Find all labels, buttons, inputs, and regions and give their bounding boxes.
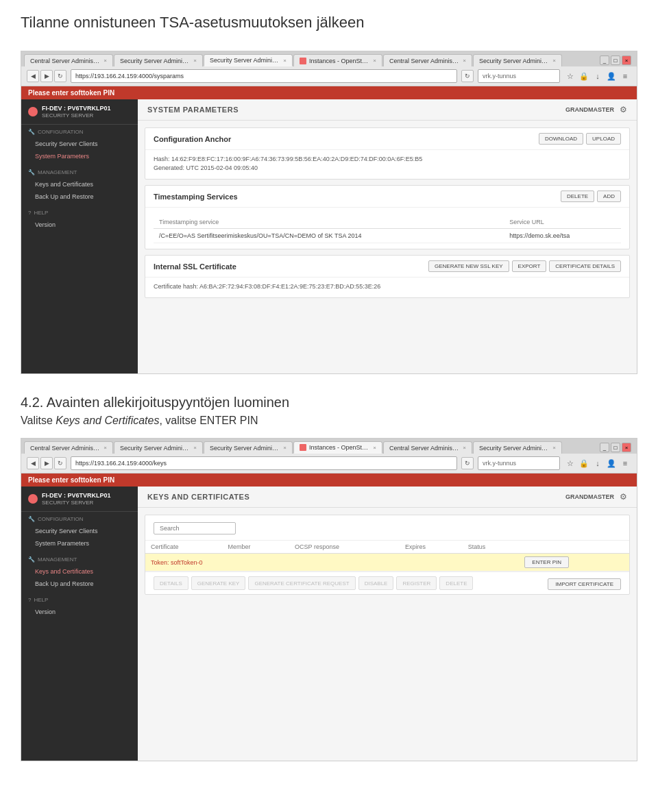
sidebar-item-keys-and-certificates-2[interactable]: Keys and Certificates bbox=[28, 565, 131, 578]
tab-close-icon[interactable]: × bbox=[552, 445, 556, 451]
upload-button[interactable]: UPLOAD bbox=[586, 133, 621, 145]
tab-label: Security Server Administ... bbox=[120, 58, 189, 64]
bookmark-icon-2[interactable]: ☆ bbox=[564, 457, 576, 469]
sidebar-item-system-parameters-2[interactable]: System Parameters bbox=[28, 537, 131, 550]
register-button[interactable]: REGISTER bbox=[396, 576, 437, 590]
sidebar-item-security-server-clients-2[interactable]: Security Server Clients bbox=[28, 525, 131, 537]
header-right-1: GRANDMASTER ⚙ bbox=[565, 105, 627, 114]
tab-security-server-3[interactable]: Security Server Administ... × bbox=[473, 54, 562, 66]
wrench-icon-2: 🔧 bbox=[28, 516, 35, 522]
menu-icon[interactable]: ≡ bbox=[619, 70, 631, 82]
tab-close-icon[interactable]: × bbox=[283, 445, 287, 451]
address-bar-2: ◀ ▶ ↻ https://193.166.24.159:4000/keys ↻… bbox=[21, 454, 637, 473]
tab-central-server-4[interactable]: Central Server Administr... × bbox=[383, 441, 472, 454]
cert-hash-text: Certificate hash: A6:BA:2F:72:94:F3:08:D… bbox=[154, 283, 621, 290]
sidebar-item-security-server-clients[interactable]: Security Server Clients bbox=[28, 138, 131, 150]
sidebar-item-keys-and-certificates[interactable]: Keys and Certificates bbox=[28, 178, 131, 190]
import-certificate-button[interactable]: IMPORT CERTIFICATE bbox=[548, 578, 621, 590]
lock-icon[interactable]: 🔒 bbox=[578, 70, 590, 82]
back-btn-2[interactable]: ◀ bbox=[27, 457, 39, 469]
section-label-configuration: CONFIGURATION bbox=[38, 129, 84, 135]
url-bar-1[interactable]: https://193.166.24.159:4000/sysparams bbox=[71, 69, 457, 83]
reload-btn-2[interactable]: ↻ bbox=[54, 457, 66, 469]
sidebar-item-version-2[interactable]: Version bbox=[28, 606, 131, 618]
disable-button[interactable]: DISABLE bbox=[358, 576, 394, 590]
tab-close-icon[interactable]: × bbox=[463, 445, 466, 451]
tab-security-server-4[interactable]: Security Server Administ... × bbox=[114, 441, 203, 454]
tab-close-icon[interactable]: × bbox=[103, 445, 107, 451]
token-row[interactable]: Token: softToken-0 ENTER PIN bbox=[145, 554, 629, 571]
refresh-btn[interactable]: ↻ bbox=[461, 70, 474, 82]
refresh-btn-2[interactable]: ↻ bbox=[461, 457, 474, 469]
col-action-header bbox=[519, 541, 629, 554]
download-button[interactable]: DOWNLOAD bbox=[539, 133, 583, 145]
export-button[interactable]: EXPORT bbox=[512, 260, 547, 272]
delete-ts-button[interactable]: DELETE bbox=[561, 190, 594, 202]
pin-banner-1: Please enter softtoken PIN bbox=[21, 86, 637, 99]
sidebar-item-backup-restore[interactable]: Back Up and Restore bbox=[28, 190, 131, 203]
certificate-details-button[interactable]: CERTIFICATE DETAILS bbox=[549, 260, 621, 272]
sidebar-item-backup-restore-2[interactable]: Back Up and Restore bbox=[28, 578, 131, 590]
nav-buttons-2: ◀ ▶ ↻ bbox=[27, 457, 66, 469]
menu-icon-2[interactable]: ≡ bbox=[619, 457, 631, 469]
sidebar-section-management-2: 🔧 MANAGEMENT Keys and Certificates Back … bbox=[21, 552, 138, 593]
download-icon[interactable]: ↓ bbox=[592, 70, 604, 82]
download-icon-2[interactable]: ↓ bbox=[592, 457, 604, 469]
maximize-btn[interactable]: □ bbox=[611, 56, 620, 65]
enter-pin-cell: ENTER PIN bbox=[519, 554, 629, 571]
tab-instances-1[interactable]: Instances - OpenStack D... × bbox=[293, 54, 382, 66]
tab-close-icon[interactable]: × bbox=[193, 445, 197, 451]
tab-close-icon[interactable]: × bbox=[283, 58, 287, 64]
header-right-2: GRANDMASTER ⚙ bbox=[565, 492, 627, 502]
delete-button[interactable]: DELETE bbox=[439, 576, 473, 590]
settings-icon-2[interactable]: ⚙ bbox=[620, 492, 627, 502]
tab-close-icon[interactable]: × bbox=[373, 58, 376, 64]
tab-instances-2[interactable]: Instances - OpenStack D... × bbox=[293, 441, 382, 454]
sidebar-item-version[interactable]: Version bbox=[28, 219, 131, 231]
search-bar-1[interactable]: vrk.y-tunnus bbox=[478, 69, 560, 83]
tab-close-icon[interactable]: × bbox=[103, 58, 107, 64]
tab-security-server-6[interactable]: Security Server Administ... × bbox=[473, 441, 562, 454]
section-timestamping-body: Timestamping service Service URL /C=EE/O… bbox=[145, 208, 629, 249]
tab-close-icon[interactable]: × bbox=[463, 58, 466, 64]
tab-close-icon[interactable]: × bbox=[552, 58, 556, 64]
settings-icon[interactable]: ⚙ bbox=[620, 105, 627, 114]
generate-cert-request-button[interactable]: GENERATE CERTIFICATE REQUEST bbox=[248, 576, 355, 590]
enter-pin-button[interactable]: ENTER PIN bbox=[524, 556, 569, 568]
tab-close-icon[interactable]: × bbox=[373, 445, 376, 451]
generate-key-button[interactable]: GENERATE KEY bbox=[191, 576, 246, 590]
add-ts-button[interactable]: ADD bbox=[597, 190, 621, 202]
back-btn[interactable]: ◀ bbox=[27, 70, 39, 82]
forward-btn-2[interactable]: ▶ bbox=[40, 457, 53, 469]
section-ssl-body: Certificate hash: A6:BA:2F:72:94:F3:08:D… bbox=[145, 278, 629, 297]
search-bar-2[interactable]: vrk.y-tunnus bbox=[478, 456, 560, 470]
forward-btn[interactable]: ▶ bbox=[40, 70, 53, 82]
user-icon-2[interactable]: 👤 bbox=[605, 457, 618, 469]
col-ocsp-header: OCSP response bbox=[289, 541, 400, 554]
search-input[interactable] bbox=[154, 522, 236, 534]
close-btn-2[interactable]: × bbox=[622, 443, 631, 452]
tab-security-server-1[interactable]: Security Server Administ... × bbox=[114, 54, 203, 66]
maximize-btn-2[interactable]: □ bbox=[611, 443, 620, 452]
lock-icon-2[interactable]: 🔒 bbox=[578, 457, 590, 469]
close-btn[interactable]: × bbox=[622, 56, 631, 65]
bookmark-icon[interactable]: ☆ bbox=[564, 70, 576, 82]
user-icon[interactable]: 👤 bbox=[605, 70, 618, 82]
minimize-btn[interactable]: _ bbox=[600, 56, 609, 65]
section-header-configuration: 🔧 CONFIGURATION bbox=[28, 129, 131, 135]
tab-security-server-2[interactable]: Security Server Administ... × bbox=[204, 54, 293, 66]
generate-ssl-key-button[interactable]: GENERATE NEW SSL KEY bbox=[428, 260, 509, 272]
main-content-1: SYSTEM PARAMETERS GRANDMASTER ⚙ Configur… bbox=[138, 99, 637, 373]
address-bar-1: ◀ ▶ ↻ https://193.166.24.159:4000/syspar… bbox=[21, 66, 637, 86]
tab-central-server-2[interactable]: Central Server Administr... × bbox=[383, 54, 472, 66]
tab-security-server-5[interactable]: Security Server Administ... × bbox=[204, 441, 293, 454]
reload-btn[interactable]: ↻ bbox=[54, 70, 66, 82]
details-button[interactable]: DETAILS bbox=[154, 576, 188, 590]
tab-close-icon[interactable]: × bbox=[193, 58, 197, 64]
minimize-btn-2[interactable]: _ bbox=[600, 443, 609, 452]
sidebar-item-system-parameters[interactable]: System Parameters bbox=[28, 150, 131, 162]
server-icon bbox=[28, 107, 38, 116]
url-bar-2[interactable]: https://193.166.24.159:4000/keys bbox=[71, 456, 457, 470]
tab-central-server-3[interactable]: Central Server Administr... × bbox=[24, 441, 113, 454]
tab-central-server-1[interactable]: Central Server Administr... × bbox=[24, 54, 113, 66]
